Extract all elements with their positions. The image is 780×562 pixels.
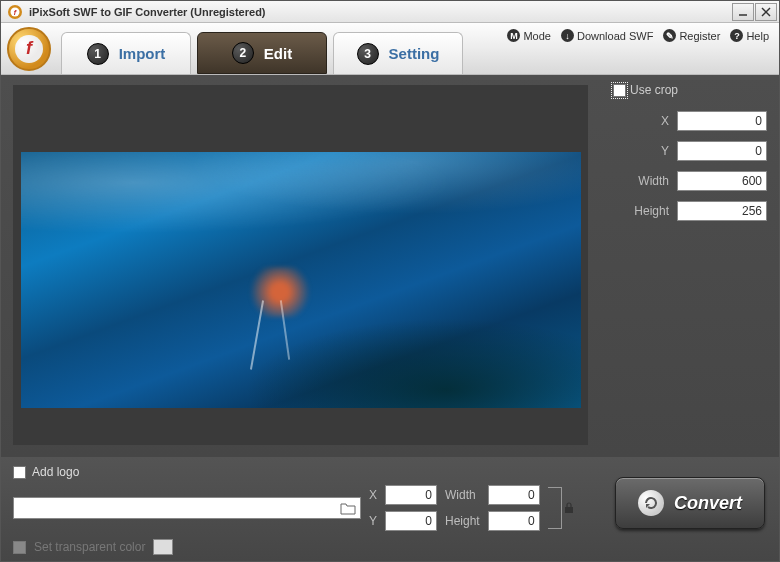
tab-import[interactable]: 1 Import [61, 32, 191, 74]
logo-x-label: X [369, 488, 377, 502]
download-icon: ↓ [561, 29, 574, 42]
browse-icon[interactable] [340, 501, 356, 515]
transparent-color-swatch[interactable] [153, 539, 173, 555]
register-label: Register [679, 30, 720, 42]
convert-button[interactable]: Convert [615, 477, 765, 529]
crop-y-input[interactable] [677, 141, 767, 161]
mode-link[interactable]: MMode [507, 29, 551, 42]
svg-rect-6 [565, 507, 573, 513]
convert-label: Convert [674, 493, 742, 514]
add-logo-label: Add logo [32, 465, 79, 479]
help-link[interactable]: ?Help [730, 29, 769, 42]
logo-y-input[interactable] [385, 511, 437, 531]
crop-width-label: Width [638, 174, 669, 188]
close-button[interactable] [755, 3, 777, 21]
crop-panel: Use crop X Y Width Height [601, 75, 779, 457]
tab-number-icon: 2 [232, 42, 254, 64]
crop-height-input[interactable] [677, 201, 767, 221]
tab-label: Import [119, 45, 166, 62]
use-crop-label: Use crop [630, 83, 678, 97]
transparent-color-label: Set transparent color [34, 540, 145, 554]
tab-setting[interactable]: 3 Setting [333, 32, 463, 74]
preview-image [21, 152, 581, 408]
register-link[interactable]: ✎Register [663, 29, 720, 42]
minimize-button[interactable] [732, 3, 754, 21]
use-crop-checkbox[interactable] [613, 84, 626, 97]
app-icon: f [7, 4, 23, 20]
mode-icon: M [507, 29, 520, 42]
crop-width-input[interactable] [677, 171, 767, 191]
toolbar: f 1 Import 2 Edit 3 Setting MMode ↓Downl… [1, 23, 779, 75]
crop-height-label: Height [634, 204, 669, 218]
logo-width-label: Width [445, 488, 480, 502]
tab-label: Setting [389, 45, 440, 62]
crop-x-input[interactable] [677, 111, 767, 131]
logo-width-input[interactable] [488, 485, 540, 505]
preview-canvas [13, 85, 588, 445]
register-icon: ✎ [663, 29, 676, 42]
download-swf-link[interactable]: ↓Download SWF [561, 29, 653, 42]
link-bracket-icon [548, 487, 562, 529]
add-logo-checkbox[interactable] [13, 466, 26, 479]
logo-panel: Add logo X Width Y Height Set [1, 457, 779, 561]
tab-number-icon: 1 [87, 43, 109, 65]
app-logo: f [7, 27, 51, 71]
logo-y-label: Y [369, 514, 377, 528]
tab-edit[interactable]: 2 Edit [197, 32, 327, 74]
mode-label: Mode [523, 30, 551, 42]
preview-area [1, 75, 601, 457]
tab-label: Edit [264, 45, 292, 62]
crop-y-label: Y [661, 144, 669, 158]
lock-icon[interactable] [564, 502, 574, 514]
app-window: f iPixSoft SWF to GIF Converter (Unregis… [0, 0, 780, 562]
title-bar: f iPixSoft SWF to GIF Converter (Unregis… [1, 1, 779, 23]
tab-number-icon: 3 [357, 43, 379, 65]
download-label: Download SWF [577, 30, 653, 42]
convert-icon [638, 490, 664, 516]
logo-path-input[interactable] [13, 497, 361, 519]
logo-x-input[interactable] [385, 485, 437, 505]
transparent-color-checkbox[interactable] [13, 541, 26, 554]
logo-height-input[interactable] [488, 511, 540, 531]
help-label: Help [746, 30, 769, 42]
main-panel: Use crop X Y Width Height [1, 75, 779, 457]
logo-height-label: Height [445, 514, 480, 528]
window-title: iPixSoft SWF to GIF Converter (Unregiste… [29, 6, 732, 18]
help-icon: ? [730, 29, 743, 42]
crop-x-label: X [661, 114, 669, 128]
